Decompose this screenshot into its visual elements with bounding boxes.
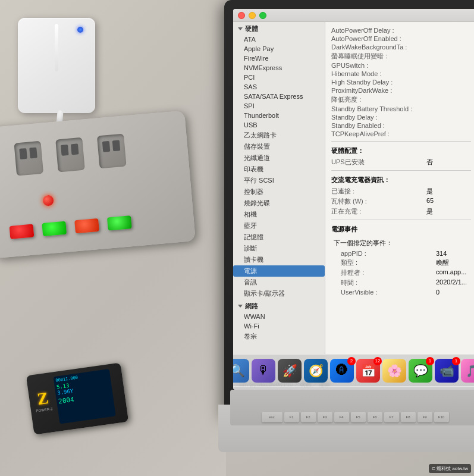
messages-icon: 💬 <box>413 364 428 378</box>
key-f9[interactable]: F9 <box>418 412 432 422</box>
appstore-badge: 2 <box>347 357 356 365</box>
divider-2 <box>331 170 471 171</box>
sidebar-item-burner[interactable]: 燒錄光碟 <box>233 198 325 209</box>
close-button[interactable] <box>238 12 245 19</box>
sidebar-item-fiber[interactable]: 光纖通道 <box>233 152 325 164</box>
meter-screen: 00011.000 5.13 3.96Y 2004 <box>53 369 115 424</box>
key-f6[interactable]: F6 <box>368 412 382 422</box>
sidebar-item-apple-pay[interactable]: Apple Pay <box>233 44 325 54</box>
key-esc[interactable]: esc <box>262 412 282 422</box>
ac-charger-title: 交流電充電器資訊： <box>331 176 471 184</box>
content-row-darkwake: DarkWakeBackgroundTa : <box>331 43 471 51</box>
val-ups: 否 <box>426 158 433 167</box>
safari-icon: 🧭 <box>309 364 324 378</box>
dock-icon-calendar[interactable]: 📅 12 <box>356 359 380 383</box>
switch-group <box>10 215 132 239</box>
content-row-screen-dim: 螢幕睡眠使用變暗 : <box>331 52 471 61</box>
sidebar-item-camera[interactable]: 相機 <box>233 209 325 220</box>
sidebar-item-firewire[interactable]: FireWire <box>233 54 325 63</box>
switch-red-2 <box>74 218 99 233</box>
key-scheduler: 排程者 : <box>341 268 436 277</box>
key-standby-enabled: Standby Enabled : <box>331 122 426 129</box>
dock-icon-itunes[interactable]: 🎵 <box>461 359 474 383</box>
content-row-connected: 已連接 : 是 <box>331 187 471 196</box>
key-f1[interactable]: F1 <box>284 412 299 422</box>
content-row-standby-enabled: Standby Enabled : <box>331 122 471 129</box>
sidebar-item-wifi[interactable]: Wi-Fi <box>233 321 325 331</box>
dock-icon-safari[interactable]: 🧭 <box>304 359 328 383</box>
sidebar-item-wwan[interactable]: WWAN <box>233 312 325 321</box>
sidebar-item-pci[interactable]: PCI <box>233 73 325 82</box>
window-content: 硬體 ATA Apple Pay FireWire NVMExpress PCI… <box>233 22 474 378</box>
sidebar-item-ata[interactable]: ATA <box>233 35 325 44</box>
key-f10[interactable]: F10 <box>434 412 449 422</box>
sidebar-item-power[interactable]: 電源 <box>233 265 325 277</box>
background-photo: Z POWER-Z 00011.000 5.13 3.96Y 2004 <box>0 0 474 476</box>
sidebar-item-usb[interactable]: USB <box>233 120 325 130</box>
content-row-ups: UPS已安裝 否 <box>331 158 471 167</box>
sidebar-item-spi[interactable]: SPI <box>233 101 325 111</box>
window-titlebar <box>233 9 474 22</box>
sidebar-item-storage[interactable]: 儲存裝置 <box>233 141 325 152</box>
itunes-icon: 🎵 <box>466 364 475 378</box>
dock-icon-finder[interactable]: 🔍 <box>233 359 249 383</box>
key-f2[interactable]: F2 <box>301 412 316 422</box>
key-apppid: appPID : <box>341 250 436 257</box>
outlet-1 <box>14 141 43 176</box>
content-row-type: 類型 : 喚醒 <box>331 258 471 267</box>
minimize-button[interactable] <box>249 12 256 19</box>
switch-green-2 <box>107 215 132 230</box>
content-row-standby-threshold: Standby Battery Threshold : <box>331 105 471 112</box>
sidebar-item-memory[interactable]: 記憶體 <box>233 231 325 243</box>
sidebar-item-controller[interactable]: 控制器 <box>233 186 325 198</box>
network-triangle-icon <box>238 305 243 308</box>
dock: 🔍 🎙 🚀 🧭 🅐 2 <box>233 354 474 387</box>
dock-icon-messages[interactable]: 💬 1 <box>409 359 432 383</box>
keyboard-area: esc F1 F2 F3 F4 F5 F6 F7 F8 F9 F10 <box>230 390 474 425</box>
key-screen-dim: 螢幕睡眠使用變暗 : <box>331 52 426 61</box>
calendar-icon: 📅 <box>361 364 376 378</box>
sidebar-item-thunderbolt[interactable]: Thunderbolt <box>233 111 325 120</box>
sidebar-item-volume[interactable]: 卷宗 <box>233 331 325 342</box>
sidebar-item-bluetooth[interactable]: 藍牙 <box>233 220 325 231</box>
content-row-charging: 正在充電 : 是 <box>331 207 471 216</box>
key-proximity: ProximityDarkWake : <box>331 87 426 94</box>
dock-icon-siri[interactable]: 🎙 <box>252 359 275 383</box>
sidebar-item-parallel-scsi[interactable]: 平行 SCSI <box>233 175 325 186</box>
key-f4[interactable]: F4 <box>334 412 349 422</box>
key-f5[interactable]: F5 <box>351 412 366 422</box>
content-row-proximity: ProximityDarkWake : <box>331 87 471 94</box>
sidebar-item-sas[interactable]: SAS <box>233 82 325 92</box>
photos-icon: 🌸 <box>387 364 402 378</box>
val-wattage: 65 <box>426 197 434 206</box>
sidebar-item-audio[interactable]: 音訊 <box>233 277 325 288</box>
content-row-tcpkeepalive: TCPKeepAlivePref : <box>331 130 471 137</box>
key-time: 時間 : <box>341 278 436 287</box>
power-meter-device: Z POWER-Z 00011.000 5.13 3.96Y 2004 <box>26 362 128 434</box>
sidebar-item-printer[interactable]: 印表機 <box>233 164 325 175</box>
dock-icon-photos[interactable]: 🌸 <box>382 359 406 383</box>
val-apppid: 314 <box>436 250 447 257</box>
key-f8[interactable]: F8 <box>401 412 416 422</box>
sidebar-item-diagnostics[interactable]: 診斷 <box>233 243 325 254</box>
key-f7[interactable]: F7 <box>384 412 399 422</box>
sidebar-network-header: 網路 <box>233 299 325 312</box>
sidebar-item-nvmexpress[interactable]: NVMExpress <box>233 63 325 73</box>
content-row-high-standby: High Standby Delay : <box>331 79 471 86</box>
charger-led <box>77 27 83 33</box>
dock-icon-appstore[interactable]: 🅐 2 <box>330 359 354 383</box>
triangle-icon <box>238 27 243 30</box>
divider-1 <box>331 141 471 142</box>
key-autopoweroff-delay: AutoPowerOff Delay : <box>331 27 426 34</box>
key-high-standby: High Standby Delay : <box>331 79 426 86</box>
sidebar-item-card-reader[interactable]: 讀卡機 <box>233 254 325 265</box>
content-row-brightness: 降低亮度 : <box>331 95 471 104</box>
sidebar-item-ethernet[interactable]: 乙太網路卡 <box>233 130 325 141</box>
maximize-button[interactable] <box>259 12 266 19</box>
sidebar-item-sata[interactable]: SATA/SATA Express <box>233 92 325 101</box>
dock-icon-launchpad[interactable]: 🚀 <box>278 359 302 383</box>
dock-icon-facetime[interactable]: 📹 1 <box>435 359 459 383</box>
key-gpuswitch: GPUSwitch : <box>331 62 426 69</box>
sidebar-item-display[interactable]: 顯示卡/顯示器 <box>233 288 325 299</box>
key-f3[interactable]: F3 <box>318 412 332 422</box>
